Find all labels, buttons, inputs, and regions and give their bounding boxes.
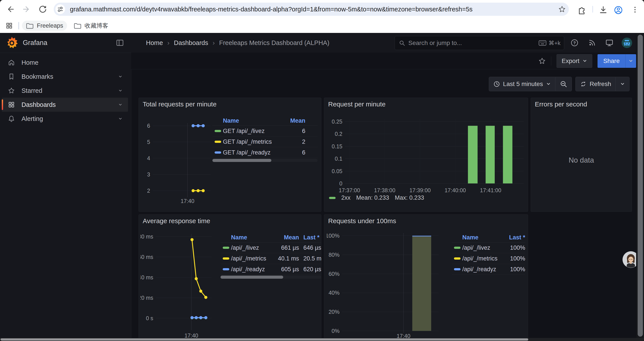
- series-mean: 40.1 ms: [270, 255, 299, 262]
- col-mean[interactable]: Mean: [270, 234, 299, 241]
- scrollbar-thumb[interactable]: [0, 338, 528, 340]
- help-icon[interactable]: ?: [570, 39, 579, 47]
- bookmark-folder-freeleaps[interactable]: Freeleaps: [22, 21, 67, 31]
- sidebar-item-alerting[interactable]: Alerting: [2, 112, 128, 126]
- profile-icon[interactable]: [613, 5, 624, 15]
- export-button[interactable]: Export: [556, 54, 592, 68]
- horizontal-scrollbar[interactable]: [0, 338, 644, 341]
- sidebar-item-home[interactable]: Home: [2, 56, 128, 70]
- panel-title[interactable]: Errors per second: [535, 101, 587, 108]
- col-name[interactable]: Name: [231, 234, 270, 241]
- panel-title[interactable]: Requests under 100ms: [328, 217, 396, 225]
- svg-text:80%: 80%: [328, 252, 340, 258]
- pill-cell: [212, 141, 223, 143]
- series-name[interactable]: GET /api/_/metrics: [223, 138, 279, 145]
- col-mean[interactable]: Mean: [279, 117, 305, 124]
- series-name[interactable]: /api/_/livez: [462, 244, 501, 251]
- col-name[interactable]: Name: [462, 234, 501, 241]
- url-bar[interactable]: grafana.mathmast.com/d/deytv4rwavabkb/fr…: [54, 3, 569, 16]
- series-name[interactable]: /api/_/metrics: [462, 255, 501, 262]
- legend-hscrollbar[interactable]: [212, 159, 318, 162]
- chevron-down-icon[interactable]: [118, 88, 123, 94]
- monitor-icon[interactable]: [605, 39, 614, 47]
- vertical-scrollbar[interactable]: [636, 33, 644, 338]
- chevron-down-icon: [620, 82, 625, 87]
- grafana-logo-icon[interactable]: [5, 36, 18, 49]
- scrollbar-thumb[interactable]: [212, 159, 271, 162]
- series-last: 20.5 ms: [303, 255, 321, 262]
- scrollbar-thumb[interactable]: [638, 35, 643, 336]
- share-menu-button[interactable]: [625, 54, 636, 68]
- refresh-group: Refresh: [576, 77, 630, 91]
- panel-request-per-minute: Request per minute 0.250.20.150.10.05017…: [324, 98, 528, 212]
- zoom-out-button[interactable]: [555, 77, 572, 91]
- refresh-label: Refresh: [590, 81, 611, 88]
- browser-menu-icon[interactable]: [630, 5, 640, 14]
- bookmark-star-icon[interactable]: [558, 6, 566, 13]
- brand-name[interactable]: Grafana: [23, 33, 47, 53]
- reload-icon[interactable]: [38, 5, 47, 14]
- toolbar-separator: [592, 6, 593, 13]
- folder-icon: [26, 22, 34, 29]
- requests-bar-chart[interactable]: 0.250.20.150.10.05017:37:0017:38:0017:39…: [326, 114, 525, 196]
- series-color-pill[interactable]: [454, 247, 460, 249]
- series-color-pill[interactable]: [454, 268, 460, 270]
- col-name[interactable]: Name: [223, 117, 279, 124]
- user-avatar[interactable]: [622, 38, 632, 48]
- url-text[interactable]: grafana.mathmast.com/d/deytv4rwavabkb/fr…: [70, 3, 548, 16]
- pill-cell: [212, 151, 223, 154]
- series-name[interactable]: GET /api/_/readyz: [223, 149, 279, 156]
- downloads-icon[interactable]: [598, 5, 608, 15]
- breadcrumb-dashboards[interactable]: Dashboards: [174, 39, 208, 47]
- share-button[interactable]: Share: [598, 54, 625, 68]
- panel-title[interactable]: Average response time: [143, 217, 210, 225]
- pill-cell: [220, 268, 231, 270]
- legend-hscrollbar[interactable]: [220, 276, 321, 279]
- series-name[interactable]: /api/_/readyz: [231, 266, 270, 273]
- series-name[interactable]: /api/_/metrics: [231, 255, 270, 262]
- site-settings-icon[interactable]: [56, 5, 65, 14]
- favorite-star-icon[interactable]: [538, 57, 546, 65]
- breadcrumb-home[interactable]: Home: [146, 39, 163, 47]
- series-color-pill[interactable]: [214, 130, 221, 132]
- scrollbar-thumb[interactable]: [220, 276, 283, 279]
- series-color-pill[interactable]: [223, 247, 229, 249]
- news-rss-icon[interactable]: [588, 39, 596, 47]
- series-color-pill[interactable]: [214, 151, 221, 154]
- sidebar-item-starred[interactable]: Starred: [2, 84, 128, 98]
- col-last[interactable]: Last *: [303, 234, 321, 241]
- panel-title[interactable]: Request per minute: [328, 101, 386, 108]
- bookmark-folder-blogs[interactable]: 收藏博客: [70, 21, 112, 31]
- browser-window: grafana.mathmast.com/d/deytv4rwavabkb/fr…: [0, 0, 644, 341]
- requests-line-chart[interactable]: 6543217:40: [140, 114, 213, 209]
- series-name[interactable]: /api/_/livez: [231, 244, 270, 251]
- series-color-pill[interactable]: [454, 257, 460, 260]
- response-time-line-chart[interactable]: 80 ms60 ms40 ms20 ms0 s17:40: [140, 231, 213, 341]
- panel-title[interactable]: Total requests per minute: [143, 101, 216, 108]
- series-color-pill[interactable]: [329, 197, 336, 199]
- sidebar-item-label: Dashboards: [22, 101, 118, 108]
- percent-area-chart[interactable]: 100%80%60%40%20%0%17:40: [327, 231, 450, 341]
- series-color-pill[interactable]: [223, 257, 229, 260]
- series-name[interactable]: GET /api/_/livez: [223, 128, 279, 135]
- extensions-icon[interactable]: [576, 5, 586, 15]
- refresh-interval-button[interactable]: [616, 77, 629, 91]
- refresh-button[interactable]: Refresh: [576, 77, 616, 91]
- back-icon[interactable]: [6, 5, 15, 14]
- chevron-down-icon[interactable]: [118, 116, 123, 122]
- col-last[interactable]: Last *: [501, 234, 525, 241]
- search-input[interactable]: Search or jump to... ⌘+k: [394, 36, 564, 50]
- series-color-pill[interactable]: [214, 141, 221, 143]
- sidebar-item-bookmarks[interactable]: Bookmarks: [2, 70, 128, 84]
- time-range-picker[interactable]: Last 5 minutes: [489, 77, 555, 91]
- dock-sidebar-icon[interactable]: [116, 39, 124, 46]
- apps-grid-icon[interactable]: [6, 22, 13, 29]
- clock-icon: [494, 81, 500, 87]
- chevron-down-icon[interactable]: [118, 74, 123, 80]
- series-color-pill[interactable]: [223, 268, 229, 270]
- chevron-down-icon[interactable]: [118, 102, 123, 108]
- forward-icon[interactable]: [22, 5, 31, 14]
- series-name[interactable]: 2xx: [341, 194, 350, 201]
- series-name[interactable]: /api/_/readyz: [462, 266, 501, 273]
- sidebar-item-dashboards[interactable]: Dashboards: [2, 98, 128, 112]
